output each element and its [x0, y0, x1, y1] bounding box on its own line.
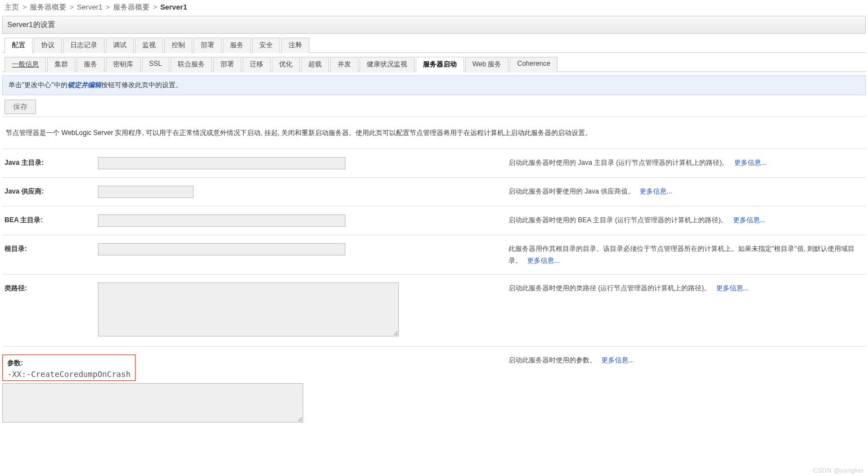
breadcrumb-sep: > [23, 3, 27, 11]
label-classpath: 类路径: [2, 282, 98, 293]
input-java-home[interactable] [98, 157, 345, 169]
info-suffix: 按钮可修改此页中的设置。 [101, 81, 182, 89]
breadcrumb-sep: > [69, 3, 74, 11]
page-title: Server1的设置 [2, 16, 866, 34]
desc-bea-home: 启动此服务器时使用的 BEA 主目录 (运行节点管理器的计算机上的路径)。 [509, 216, 727, 224]
row-bea-home: BEA 主目录: 启动此服务器时使用的 BEA 主目录 (运行节点管理器的计算机… [2, 206, 866, 235]
subtab-federation[interactable]: 联合服务 [170, 57, 212, 72]
subtab-webservice[interactable]: Web 服务 [465, 57, 509, 72]
desc-root-dir: 此服务器用作其根目录的目录。该目录必须位于节点管理器所在的计算机上。如果未指定"… [509, 245, 854, 264]
subtab-optimize[interactable]: 优化 [272, 57, 300, 72]
label-java-home: Java 主目录: [2, 157, 98, 168]
desc-arguments: 启动此服务器时使用的参数。 [509, 356, 596, 364]
sub-tabs: 一般信息 集群 服务 密钥库 SSL 联合服务 部署 迁移 优化 超载 并发 健… [2, 56, 866, 72]
more-java-home[interactable]: 更多信息... [734, 159, 767, 167]
save-button: 保存 [5, 100, 36, 114]
form-area: Java 主目录: 启动此服务器时使用的 Java 主目录 (运行节点管理器的计… [2, 149, 866, 432]
desc-java-home: 启动此服务器时使用的 Java 主目录 (运行节点管理器的计算机上的路径)。 [509, 159, 728, 167]
row-root-dir: 根目录: 此服务器用作其根目录的目录。该目录必须位于节点管理器所在的计算机上。如… [2, 235, 866, 274]
tab-debug[interactable]: 调试 [106, 38, 134, 53]
breadcrumb-home[interactable]: 主页 [5, 3, 19, 11]
input-java-vendor[interactable] [98, 186, 194, 198]
more-root-dir[interactable]: 更多信息... [527, 257, 560, 264]
tab-security[interactable]: 安全 [252, 38, 280, 53]
input-root-dir[interactable] [98, 243, 345, 255]
subtab-deploy[interactable]: 部署 [213, 57, 241, 72]
subtab-migration[interactable]: 迁移 [242, 57, 271, 72]
breadcrumb-sep: > [106, 3, 110, 11]
desc-classpath: 启动此服务器时使用的类路径 (运行节点管理器的计算机上的路径)。 [509, 284, 710, 292]
breadcrumb-current: Server1 [160, 3, 187, 11]
subtab-concurrency[interactable]: 并发 [330, 57, 358, 72]
row-classpath: 类路径: 启动此服务器时使用的类路径 (运行节点管理器的计算机上的路径)。 更多… [2, 274, 866, 346]
save-row: 保存 [2, 97, 866, 117]
tab-notes[interactable]: 注释 [281, 38, 309, 53]
textarea-classpath[interactable] [98, 282, 399, 336]
label-bea-home: BEA 主目录: [2, 214, 98, 225]
subtab-general[interactable]: 一般信息 [5, 57, 46, 72]
lock-edit-link[interactable]: 锁定并编辑 [68, 81, 101, 89]
page-description: 节点管理器是一个 WebLogic Server 实用程序, 可以用于在正常情况… [6, 127, 862, 138]
row-java-home: Java 主目录: 启动此服务器时使用的 Java 主目录 (运行节点管理器的计… [2, 149, 866, 177]
subtab-ssl[interactable]: SSL [142, 57, 169, 72]
info-bar: 单击"更改中心"中的锁定并编辑按钮可修改此页中的设置。 [2, 75, 866, 95]
tab-monitor[interactable]: 监视 [135, 38, 163, 53]
tab-services[interactable]: 服务 [223, 38, 251, 53]
textarea-arguments[interactable] [2, 383, 303, 423]
breadcrumb-sep: > [153, 3, 158, 11]
value-arguments: -XX:-CreateCoredumpOnCrash [7, 370, 131, 379]
tab-protocol[interactable]: 协议 [34, 38, 62, 53]
breadcrumb-servers[interactable]: 服务器概要 [30, 3, 66, 11]
tab-logging[interactable]: 日志记录 [63, 38, 105, 53]
more-arguments[interactable]: 更多信息... [601, 356, 634, 364]
desc-java-vendor: 启动此服务器时要使用的 Java 供应商值。 [509, 187, 635, 195]
subtab-service[interactable]: 服务 [77, 57, 105, 72]
more-java-vendor[interactable]: 更多信息... [640, 187, 672, 195]
breadcrumb-server1[interactable]: Server1 [77, 3, 103, 11]
arguments-highlight: 参数: -XX:-CreateCoredumpOnCrash [2, 354, 136, 381]
tab-control[interactable]: 控制 [164, 38, 192, 53]
info-prefix: 单击"更改中心"中的 [8, 81, 68, 89]
subtab-cluster[interactable]: 集群 [47, 57, 75, 72]
input-bea-home[interactable] [98, 214, 345, 227]
subtab-health[interactable]: 健康状况监视 [359, 57, 415, 72]
subtab-keystore[interactable]: 密钥库 [106, 57, 141, 72]
label-arguments: 参数: [7, 358, 131, 368]
more-classpath[interactable]: 更多信息... [716, 284, 749, 292]
subtab-server-start[interactable]: 服务器启动 [416, 57, 464, 72]
subtab-overload[interactable]: 超载 [301, 57, 329, 72]
breadcrumb: 主页 > 服务器概要 > Server1 > 服务器概要 > Server1 [0, 0, 868, 15]
tab-config[interactable]: 配置 [5, 38, 33, 53]
label-root-dir: 根目录: [2, 243, 98, 254]
breadcrumb-servers2[interactable]: 服务器概要 [113, 3, 150, 11]
subtab-coherence[interactable]: Coherence [510, 57, 557, 72]
row-arguments: 参数: -XX:-CreateCoredumpOnCrash 启动此服务器时使用… [2, 346, 866, 432]
row-java-vendor: Java 供应商: 启动此服务器时要使用的 Java 供应商值。 更多信息... [2, 177, 866, 206]
label-java-vendor: Java 供应商: [2, 186, 98, 196]
tab-deploy[interactable]: 部署 [194, 38, 222, 53]
more-bea-home[interactable]: 更多信息... [733, 216, 766, 224]
main-tabs: 配置 协议 日志记录 调试 监视 控制 部署 服务 安全 注释 [2, 37, 866, 53]
